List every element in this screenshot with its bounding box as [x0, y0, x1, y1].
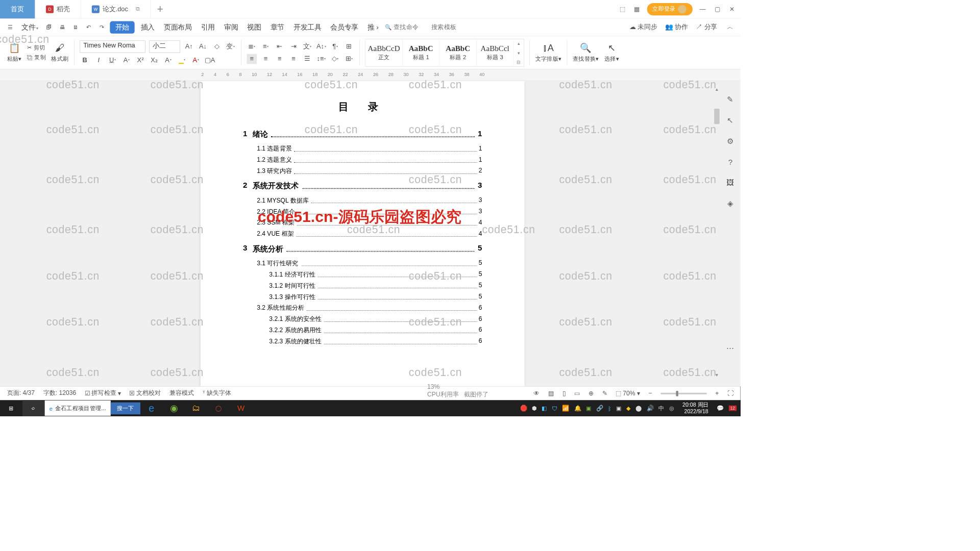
compat-mode[interactable]: 兼容模式: [169, 389, 194, 397]
tab-icon[interactable]: ⊞: [344, 41, 354, 52]
ie-window[interactable]: e金石工程项目管理...: [45, 400, 111, 416]
page-indicator[interactable]: 页面: 4/37: [7, 389, 35, 397]
style-body[interactable]: AaBbCcD正文: [365, 39, 403, 66]
scroll-down-icon[interactable]: ▼: [714, 371, 721, 379]
idea-icon[interactable]: ◈: [725, 198, 736, 209]
scroll-thumb[interactable]: [714, 109, 720, 124]
tray-icon[interactable]: 🛑: [520, 405, 527, 412]
spell-check[interactable]: ☑ 拼写检查 ▾: [85, 389, 121, 397]
tray-icon[interactable]: 🔔: [574, 405, 581, 412]
distribute-icon[interactable]: ☰: [302, 54, 312, 64]
menu-review[interactable]: 审阅: [221, 21, 241, 33]
redo-icon[interactable]: ↷: [97, 22, 107, 32]
hamburger-icon[interactable]: ☰: [6, 22, 16, 32]
numbering-icon[interactable]: ≡: [261, 41, 271, 52]
align-right-icon[interactable]: ≡: [275, 54, 285, 64]
format-painter[interactable]: 🖌格式刷: [51, 42, 68, 63]
indent-icon[interactable]: ⇥: [288, 41, 299, 52]
start-button[interactable]: ⊞: [0, 400, 22, 416]
shading-icon[interactable]: ◇: [330, 54, 340, 64]
size-select[interactable]: 小二: [149, 40, 180, 53]
search-input[interactable]: [394, 23, 428, 31]
tray-icon[interactable]: ◎: [669, 405, 674, 412]
paste-button[interactable]: 📋粘贴▾: [7, 42, 22, 63]
command-search[interactable]: 🔍: [385, 23, 428, 31]
collab-button[interactable]: 👥 协作: [665, 23, 688, 32]
horizontal-ruler[interactable]: 246810121416182022242628303234363840: [0, 69, 741, 81]
popout-icon[interactable]: ⧉: [136, 6, 140, 12]
subscript-icon[interactable]: X₂: [149, 55, 159, 65]
bullets-icon[interactable]: ≣: [247, 41, 257, 52]
badge-icon[interactable]: 12: [729, 406, 737, 411]
align-center-icon[interactable]: ≡: [261, 54, 271, 64]
maximize-button[interactable]: ▢: [713, 5, 722, 14]
readmode-icon[interactable]: ▤: [548, 390, 554, 397]
tray-icon[interactable]: 📶: [562, 405, 569, 412]
eye-icon[interactable]: 👁: [533, 390, 540, 397]
menu-view[interactable]: 视图: [244, 21, 264, 33]
menu-devtools[interactable]: 开发工具: [290, 21, 324, 33]
help-icon[interactable]: ?: [725, 157, 736, 167]
tab-document[interactable]: W论文.doc⧉: [81, 0, 151, 18]
more-icon[interactable]: ⋯: [725, 342, 736, 353]
apps-icon[interactable]: ▦: [632, 5, 642, 14]
pointer-icon[interactable]: ↖: [725, 115, 736, 126]
copy-button[interactable]: ⿻ 复制: [27, 54, 46, 61]
undo-icon[interactable]: ↶: [84, 22, 94, 32]
settings-icon[interactable]: ⚙: [725, 136, 736, 146]
border-icon[interactable]: ⊞: [344, 54, 354, 64]
menu-more[interactable]: 推 ›: [364, 21, 382, 33]
chevron-up-icon[interactable]: ︿: [725, 22, 735, 32]
tray-icon[interactable]: ▣: [586, 405, 592, 412]
bold-icon[interactable]: B: [80, 55, 90, 65]
fit-icon[interactable]: ⬚ 70% ▾: [616, 390, 640, 397]
ime-indicator[interactable]: 中: [658, 405, 664, 412]
taskbar-clock[interactable]: 20:08 周日2022/9/18: [679, 402, 713, 414]
style-gallery[interactable]: AaBbCcD正文 AaBbC标题 1 AaBbC标题 2 AaBbCcl标题 …: [365, 39, 524, 66]
new-tab-button[interactable]: +: [151, 3, 170, 15]
webmode-icon[interactable]: ▭: [574, 390, 580, 397]
proofread[interactable]: ☒ 文档校对: [129, 389, 161, 397]
scroll-up-icon[interactable]: ▲: [714, 86, 721, 93]
asian-layout-icon[interactable]: 文: [302, 41, 312, 52]
tray-icon[interactable]: ⬢: [532, 405, 537, 412]
tab-home[interactable]: 首页: [0, 0, 35, 18]
missing-fonts[interactable]: ᵀ 缺失字体: [203, 389, 231, 397]
zoom-out-icon[interactable]: −: [648, 390, 652, 397]
zoom-in-icon[interactable]: +: [715, 390, 719, 397]
save-icon[interactable]: 🗐: [44, 22, 55, 32]
show-marks-icon[interactable]: ¶: [330, 41, 340, 52]
pagemode-icon[interactable]: ▯: [562, 390, 566, 397]
app-icon[interactable]: ◯: [207, 400, 230, 416]
grow-font-icon[interactable]: A↑: [184, 41, 194, 52]
menu-start[interactable]: 开始: [110, 21, 134, 33]
tray-icon[interactable]: ⬤: [635, 405, 642, 412]
vertical-scrollbar[interactable]: ▲ ▼: [714, 86, 721, 379]
line-spacing-icon[interactable]: ↕≡: [316, 54, 327, 64]
outline-icon[interactable]: ⊕: [589, 390, 594, 397]
copilot-icon[interactable]: ꩜: [22, 400, 45, 416]
layout-toggle-icon[interactable]: ⬚: [618, 5, 627, 14]
tab-daoke[interactable]: D稻壳: [35, 0, 81, 18]
tray-icon[interactable]: 🔗: [596, 405, 603, 412]
font-color-icon[interactable]: A: [191, 55, 201, 65]
menu-file[interactable]: 文件: [18, 21, 41, 33]
sync-status[interactable]: ☁ 未同步: [629, 23, 657, 32]
tray-icon[interactable]: ▣: [616, 405, 622, 412]
edit-icon[interactable]: ✎: [602, 390, 607, 397]
notifications-icon[interactable]: 💬: [717, 405, 724, 412]
close-button[interactable]: ✕: [727, 5, 737, 14]
text-layout-button[interactable]: ⫿A文字排版▾: [535, 42, 561, 63]
explorer-icon[interactable]: 🗂: [185, 400, 208, 416]
word-count[interactable]: 字数: 12036: [43, 389, 77, 397]
text-effect-icon[interactable]: A: [163, 55, 174, 65]
pencil-icon[interactable]: ✎: [725, 94, 736, 105]
translate-icon[interactable]: 🖼: [725, 178, 736, 188]
bluetooth-icon[interactable]: ᛒ: [608, 405, 611, 412]
zoom-slider[interactable]: [660, 392, 707, 394]
clear-format-icon[interactable]: ◇: [212, 41, 222, 52]
minimize-button[interactable]: —: [698, 5, 707, 14]
menu-layout[interactable]: 页面布局: [161, 21, 194, 33]
share-button[interactable]: ↗ 分享: [696, 23, 717, 32]
tray-icon[interactable]: ◧: [542, 405, 547, 412]
